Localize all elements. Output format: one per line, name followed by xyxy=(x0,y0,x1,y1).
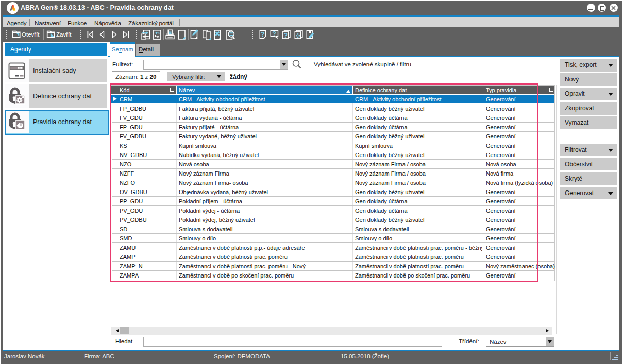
svg-text:?: ? xyxy=(284,32,288,39)
svg-text:?: ? xyxy=(273,30,276,38)
svg-text:?: ? xyxy=(261,31,265,38)
